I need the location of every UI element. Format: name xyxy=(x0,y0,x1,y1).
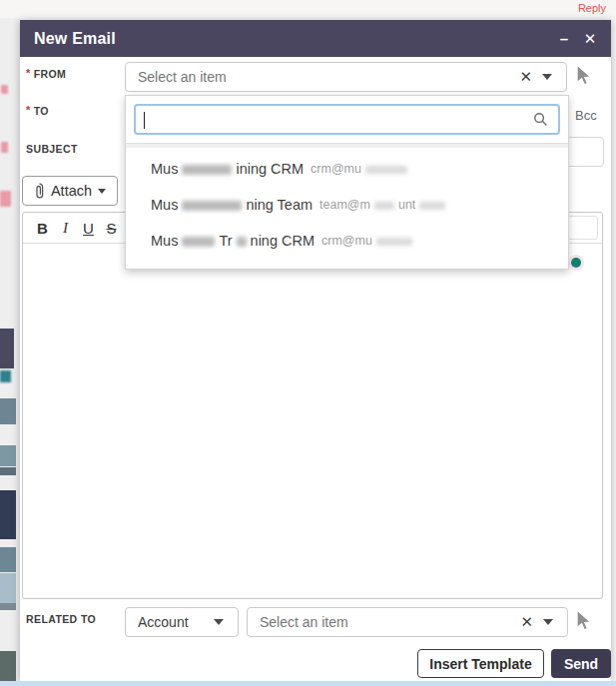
background-fragment xyxy=(0,398,16,424)
text-fragment: ning CRM xyxy=(251,233,314,249)
redacted-text xyxy=(182,201,242,211)
underline-button[interactable]: U xyxy=(77,216,100,240)
text-fragment: crm@mu xyxy=(321,234,372,248)
minimize-icon[interactable]: – xyxy=(551,20,577,57)
dropdown-item[interactable]: MusTrning CRMcrm@mu xyxy=(126,223,568,259)
bcc-link[interactable]: Bcc xyxy=(575,108,597,123)
strikethrough-button[interactable]: S xyxy=(100,216,123,240)
attach-button[interactable]: Attach xyxy=(22,176,118,206)
related-to-value: Select an item xyxy=(248,614,510,630)
recipient-email: crm@mu xyxy=(310,162,411,176)
background-fragment xyxy=(1,85,8,94)
bold-button[interactable]: B xyxy=(31,216,54,240)
background-fragment xyxy=(0,651,16,681)
send-button[interactable]: Send xyxy=(551,649,611,678)
screen: Reply New Email – ✕ *FROM Select an item… xyxy=(0,0,616,686)
text-fragment: Tr xyxy=(219,233,232,249)
background-fragment xyxy=(0,445,16,466)
related-to-label: RELATED TO xyxy=(26,613,96,625)
text-fragment: crm@mu xyxy=(310,162,361,176)
from-dropdown-panel: Musining CRMcrm@muMusning Teamteam@muntM… xyxy=(125,95,569,270)
text-caret xyxy=(144,112,145,129)
from-label: *FROM xyxy=(26,67,66,80)
clear-icon[interactable]: ✕ xyxy=(509,68,542,86)
italic-button[interactable]: I xyxy=(54,216,77,240)
background-fragment xyxy=(0,603,16,610)
chevron-down-icon[interactable] xyxy=(543,619,553,625)
from-combobox[interactable]: Select an item ✕ xyxy=(125,62,567,92)
dropdown-search-section xyxy=(126,96,568,143)
toolbar-extra-button[interactable] xyxy=(564,216,598,240)
dropdown-item[interactable]: Musning Teamteam@munt xyxy=(126,187,568,223)
chevron-down-icon xyxy=(98,189,106,194)
redacted-text xyxy=(419,202,445,210)
recipient-name: Musning Team xyxy=(151,197,312,213)
modal-header: New Email – ✕ xyxy=(20,20,611,57)
close-icon[interactable]: ✕ xyxy=(577,20,603,57)
text-fragment: ining CRM xyxy=(236,161,304,177)
chevron-down-icon xyxy=(214,619,224,625)
search-input[interactable] xyxy=(136,106,533,133)
dropdown-search-box xyxy=(134,104,560,135)
background-fragment xyxy=(0,490,16,539)
background-fragment xyxy=(0,467,16,475)
related-to-combobox[interactable]: Select an item ✕ xyxy=(247,607,568,637)
background-bottom-strip xyxy=(0,681,616,686)
reply-link[interactable]: Reply xyxy=(578,2,606,14)
background-fragment xyxy=(0,329,14,368)
redacted-text xyxy=(182,165,232,175)
modal-title: New Email xyxy=(20,30,116,48)
text-fragment: Mus xyxy=(151,197,178,213)
dropdown-item[interactable]: Musining CRMcrm@mu xyxy=(126,151,568,187)
text-fragment: team@m xyxy=(319,198,370,212)
dropdown-list: Musining CRMcrm@muMusning Teamteam@muntM… xyxy=(126,148,568,259)
cursor-icon xyxy=(575,609,593,631)
required-marker: * xyxy=(26,104,31,116)
insert-template-button[interactable]: Insert Template xyxy=(417,649,544,678)
text-fragment: unt xyxy=(398,198,415,212)
subject-label: SUBJECT xyxy=(26,143,78,155)
cursor-icon xyxy=(575,64,593,86)
background-fragment xyxy=(0,547,16,572)
redacted-text xyxy=(182,237,215,247)
background-fragment xyxy=(0,370,11,382)
text-fragment: Mus xyxy=(151,161,178,177)
redacted-text xyxy=(237,237,247,247)
redacted-text xyxy=(376,238,412,246)
search-icon xyxy=(533,112,548,127)
recipient-name: Musining CRM xyxy=(151,161,304,177)
recipient-name: MusTrning CRM xyxy=(151,233,314,249)
related-type-value: Account xyxy=(126,614,189,630)
recipient-email: team@munt xyxy=(319,198,449,212)
redacted-text xyxy=(365,166,407,174)
text-fragment: Mus xyxy=(151,233,178,249)
clear-icon[interactable]: ✕ xyxy=(510,613,543,631)
from-value: Select an item xyxy=(126,69,509,85)
text-fragment: ning Team xyxy=(246,197,312,213)
required-marker: * xyxy=(26,67,31,79)
email-body-textarea[interactable] xyxy=(23,244,602,598)
paperclip-icon xyxy=(34,183,45,200)
background-fragment xyxy=(0,191,11,207)
new-email-modal: New Email – ✕ *FROM Select an item ✕ *TO… xyxy=(20,20,611,681)
email-body-editor: B I U S xyxy=(22,212,603,599)
redacted-text xyxy=(374,202,394,210)
attach-label: Attach xyxy=(51,183,92,199)
related-type-select[interactable]: Account xyxy=(125,607,239,637)
recipient-email: crm@mu xyxy=(321,234,416,248)
background-fragment xyxy=(1,142,8,153)
click-indicator-dot xyxy=(571,258,581,268)
background-fragment xyxy=(0,573,16,603)
chevron-down-icon[interactable] xyxy=(542,74,552,80)
to-label: *TO xyxy=(26,104,49,117)
